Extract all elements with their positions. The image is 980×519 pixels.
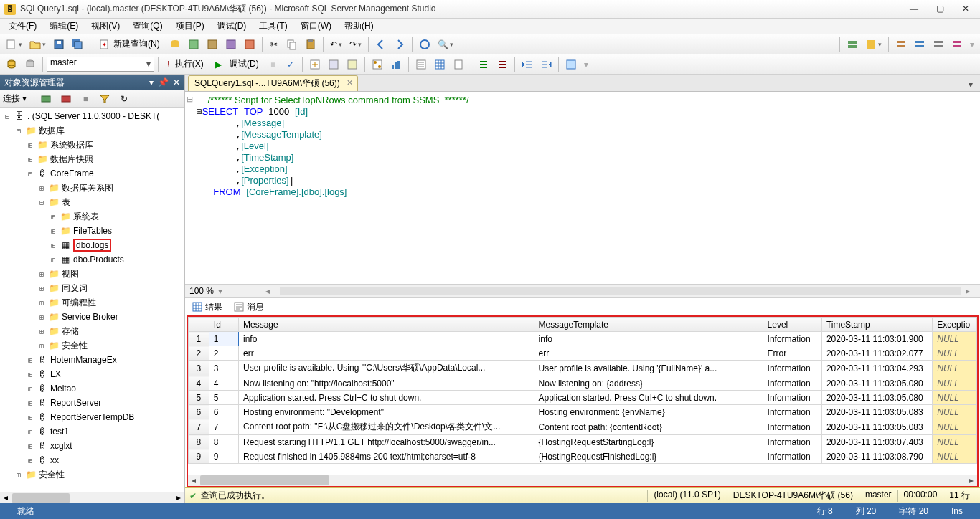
panel-close-icon[interactable]: ✕: [173, 77, 180, 87]
cell-lvl[interactable]: Error: [763, 346, 821, 361]
cell-tpl[interactable]: {HostingRequestFinishedLog:l}: [534, 449, 763, 464]
options-3-button[interactable]: [930, 37, 947, 52]
results-text-button[interactable]: [413, 57, 430, 72]
cell-lvl[interactable]: Information: [763, 376, 821, 391]
cell-ts[interactable]: 2020-03-11 11:03:07.403: [821, 435, 932, 449]
results-tab[interactable]: 结果: [189, 300, 225, 315]
cell-msg[interactable]: Hosting environment: "Development": [238, 405, 534, 419]
open-file-button[interactable]: [27, 37, 49, 52]
copy-button[interactable]: [283, 37, 301, 52]
menu-help[interactable]: 帮助(H): [339, 19, 380, 34]
editor-hscrollbar[interactable]: [280, 287, 961, 295]
menu-view[interactable]: 视图(V): [85, 19, 126, 34]
row-header[interactable]: 7: [189, 419, 209, 435]
tree-dbo-products[interactable]: dbo.Products: [73, 254, 124, 265]
row-header[interactable]: 6: [189, 405, 209, 419]
table-row[interactable]: 44Now listening on: "http://localhost:50…: [189, 376, 977, 391]
cell-ts[interactable]: 2020-03-11 11:03:05.083: [821, 405, 932, 419]
panel-dropdown-icon[interactable]: ▾: [149, 77, 154, 87]
menu-query[interactable]: 查询(Q): [127, 19, 168, 34]
tree-reportserver[interactable]: ReportServer: [50, 398, 101, 408]
paste-button[interactable]: [302, 37, 319, 52]
intellisense-button[interactable]: [344, 57, 361, 72]
analysis-button[interactable]: [185, 37, 202, 52]
col-level[interactable]: Level: [763, 318, 821, 332]
save-all-button[interactable]: [69, 37, 86, 52]
tree-snapshot[interactable]: 数据库快照: [50, 153, 93, 166]
tree-xx[interactable]: xx: [50, 455, 59, 465]
tree-servicebroker[interactable]: Service Broker: [62, 312, 118, 322]
table-row[interactable]: 11infoinfoInformation2020-03-11 11:03:01…: [189, 332, 977, 346]
cell-tpl[interactable]: Now listening on: {address}: [534, 376, 763, 391]
xmla-button[interactable]: [241, 37, 258, 52]
increase-indent-button[interactable]: [537, 57, 555, 72]
minimize-button[interactable]: —: [904, 2, 924, 16]
messages-tab[interactable]: 消息: [231, 300, 267, 315]
cell-id[interactable]: 8: [209, 435, 238, 449]
cell-tpl[interactable]: Hosting environment: {envName}: [534, 405, 763, 419]
zoom-level[interactable]: 100 %: [189, 286, 214, 296]
menu-debug[interactable]: 调试(D): [212, 19, 253, 34]
col-message[interactable]: Message: [238, 318, 534, 332]
activity-monitor-button[interactable]: [416, 37, 433, 52]
cell-ts[interactable]: 2020-03-11 11:03:05.080: [821, 391, 932, 405]
cut-button[interactable]: ✂: [266, 37, 282, 52]
cell-ts[interactable]: 2020-03-11 11:03:08.790: [821, 449, 932, 464]
row-header[interactable]: 5: [189, 391, 209, 405]
cell-lvl[interactable]: Information: [763, 449, 821, 464]
row-header[interactable]: 3: [189, 361, 209, 376]
tree-storage[interactable]: 存储: [62, 325, 79, 338]
tree-dbo-logs[interactable]: dbo.logs: [73, 239, 111, 252]
table-row[interactable]: 33User profile is available. Using '"C:\…: [189, 361, 977, 376]
cell-lvl[interactable]: Information: [763, 332, 821, 346]
client-stats-button[interactable]: [387, 57, 405, 72]
cell-lvl[interactable]: Information: [763, 405, 821, 419]
cell-ex[interactable]: NULL: [933, 391, 977, 405]
database-select[interactable]: master: [47, 57, 154, 72]
cell-ex[interactable]: NULL: [933, 449, 977, 464]
reg-servers-button[interactable]: [844, 37, 861, 52]
cell-lvl[interactable]: Information: [763, 435, 821, 449]
close-tab-icon[interactable]: ✕: [347, 78, 353, 87]
close-button[interactable]: ✕: [956, 2, 976, 16]
row-header[interactable]: 9: [189, 449, 209, 464]
change-connection-button[interactable]: [3, 57, 20, 72]
cell-ts[interactable]: 2020-03-11 11:03:02.077: [821, 346, 932, 361]
maximize-button[interactable]: ▢: [930, 2, 950, 16]
decrease-indent-button[interactable]: [519, 57, 536, 72]
oe-refresh-button[interactable]: ↻: [116, 91, 132, 107]
cell-tpl[interactable]: err: [534, 346, 763, 361]
tree-hscrollbar[interactable]: ◂▸: [0, 492, 184, 503]
uncomment-button[interactable]: [494, 57, 511, 72]
tabs-dropdown-icon[interactable]: ▾: [964, 78, 977, 91]
menu-window[interactable]: 窗口(W): [295, 19, 337, 34]
cell-ts[interactable]: 2020-03-11 11:03:05.083: [821, 419, 932, 435]
connect-button[interactable]: 连接 ▾: [3, 92, 27, 105]
sql-editor[interactable]: ⊟ /****** Script for SelectTopNRows comm…: [185, 92, 980, 284]
tree-views[interactable]: 视图: [62, 268, 79, 280]
table-row[interactable]: 55Application started. Press Ctrl+C to s…: [189, 391, 977, 405]
cell-msg[interactable]: Now listening on: "http://localhost:5000…: [238, 376, 534, 391]
table-row[interactable]: 88Request starting HTTP/1.1 GET http://l…: [189, 435, 977, 449]
cell-tpl[interactable]: User profile is available. Using '{FullN…: [534, 361, 763, 376]
menu-project[interactable]: 项目(P): [170, 19, 210, 34]
editor-scroll-left[interactable]: ◂: [265, 286, 275, 296]
cell-tpl[interactable]: Application started. Press Ctrl+C to shu…: [534, 391, 763, 405]
row-header[interactable]: 1: [189, 332, 209, 346]
oe-filter-button[interactable]: [96, 91, 113, 107]
tree-filetables[interactable]: FileTables: [73, 226, 112, 236]
cell-ts[interactable]: 2020-03-11 11:03:01.900: [821, 332, 932, 346]
cell-tpl[interactable]: info: [534, 332, 763, 346]
tree-tables[interactable]: 表: [62, 196, 70, 209]
comment-button[interactable]: [475, 57, 492, 72]
cell-ex[interactable]: NULL: [933, 405, 977, 419]
cell-id[interactable]: 3: [209, 361, 238, 376]
cell-ex[interactable]: NULL: [933, 435, 977, 449]
editor-scroll-right[interactable]: ▸: [966, 286, 976, 296]
cell-tpl[interactable]: Content root path: {contentRoot}: [534, 419, 763, 435]
options-1-button[interactable]: [892, 37, 910, 52]
grid-hscrollbar[interactable]: ◂▸: [188, 475, 977, 486]
options-4-button[interactable]: [948, 37, 966, 52]
table-row[interactable]: 99Request finished in 1405.9884ms 200 te…: [189, 449, 977, 464]
stop-button[interactable]: ■: [265, 57, 281, 72]
